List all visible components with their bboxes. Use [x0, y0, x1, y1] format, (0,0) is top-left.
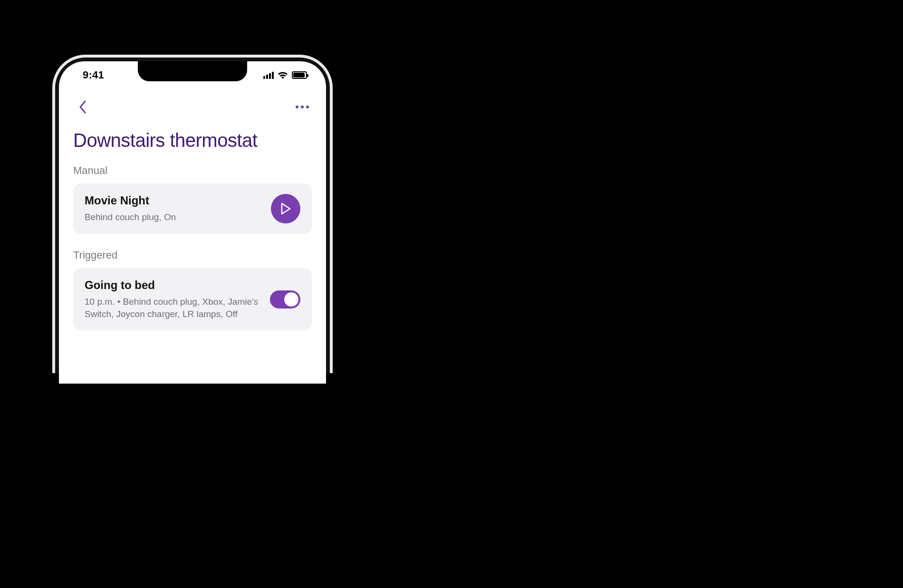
toggle-knob	[284, 292, 298, 307]
play-scene-button[interactable]	[271, 194, 300, 223]
automation-toggle[interactable]	[270, 290, 300, 308]
screen-overflow	[59, 340, 326, 384]
status-time: 9:41	[83, 69, 104, 81]
triggered-scene-subtitle: 10 p.m. • Behind couch plug, Xbox, Jamie…	[85, 296, 262, 320]
phone-inner-rim: 9:41	[55, 58, 330, 373]
triggered-scene-title: Going to bed	[85, 279, 262, 292]
back-button[interactable]	[73, 97, 92, 116]
play-icon	[280, 202, 291, 215]
battery-icon	[292, 71, 307, 79]
phone-frame: 9:41	[52, 55, 333, 373]
triggered-scene-card[interactable]: Going to bed 10 p.m. • Behind couch plug…	[73, 268, 312, 330]
section-header-manual: Manual	[73, 164, 312, 177]
wifi-icon	[278, 71, 288, 79]
page-title: Downstairs thermostat	[73, 130, 312, 151]
manual-scene-title: Movie Night	[85, 194, 263, 207]
more-horizontal-icon	[296, 106, 298, 108]
section-header-triggered: Triggered	[73, 249, 312, 261]
nav-bar	[59, 89, 326, 121]
cellular-signal-icon	[263, 71, 274, 79]
manual-scene-subtitle: Behind couch plug, On	[85, 211, 263, 223]
manual-scene-card[interactable]: Movie Night Behind couch plug, On	[73, 183, 312, 234]
phone-notch	[138, 61, 247, 81]
card-text: Going to bed 10 p.m. • Behind couch plug…	[85, 279, 270, 320]
card-text: Movie Night Behind couch plug, On	[85, 194, 271, 223]
more-button[interactable]	[293, 97, 312, 116]
status-indicators	[263, 71, 307, 79]
content: Downstairs thermostat Manual Movie Night…	[59, 130, 326, 330]
phone-screen: 9:41	[59, 61, 326, 373]
chevron-left-icon	[78, 100, 87, 114]
